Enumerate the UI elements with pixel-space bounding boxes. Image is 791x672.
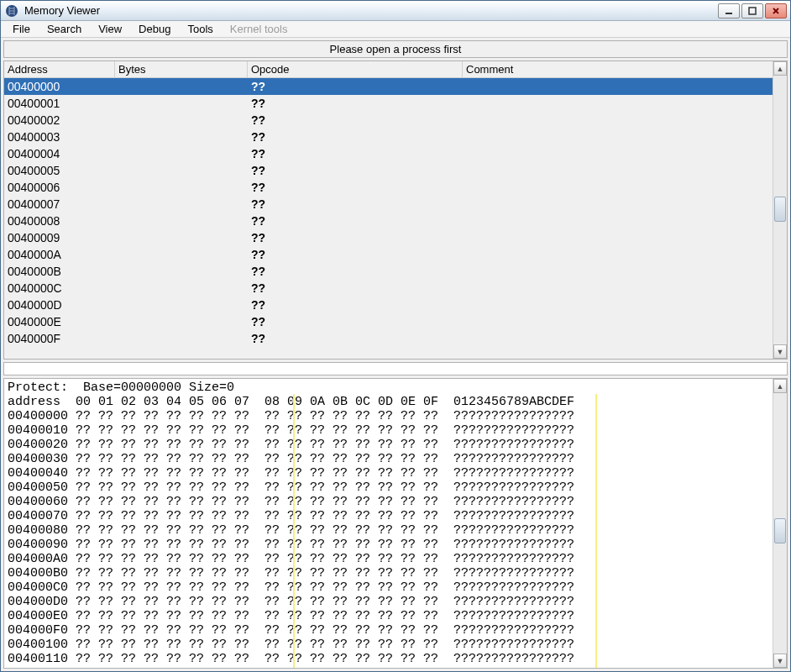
hex-dump[interactable]: Protect: Base=00000000 Size=0 address 00… xyxy=(4,379,787,668)
menubar: File Search View Debug Tools Kernel tool… xyxy=(1,21,790,38)
disasm-row[interactable]: 0040000F?? xyxy=(4,330,787,347)
disasm-row[interactable]: 0040000E?? xyxy=(4,313,787,330)
maximize-button[interactable] xyxy=(741,3,763,18)
scroll-up-button[interactable]: ▲ xyxy=(773,61,787,76)
cell-opcode: ?? xyxy=(248,231,463,244)
col-header-opcode[interactable]: Opcode xyxy=(248,61,463,77)
cell-address: 0040000A xyxy=(4,248,115,261)
cell-address: 0040000F xyxy=(4,332,115,345)
cell-opcode: ?? xyxy=(248,147,463,160)
col-header-bytes[interactable]: Bytes xyxy=(115,61,248,77)
cell-address: 00400002 xyxy=(4,113,115,127)
cell-opcode: ?? xyxy=(248,332,463,345)
cell-address: 0040000E xyxy=(4,315,115,328)
menu-search[interactable]: Search xyxy=(40,21,88,37)
cell-opcode: ?? xyxy=(248,298,463,312)
cell-address: 00400003 xyxy=(4,130,115,144)
cell-opcode: ?? xyxy=(248,248,463,261)
cell-opcode: ?? xyxy=(248,80,463,93)
disasm-row[interactable]: 00400004?? xyxy=(4,145,787,162)
hex-panel: Protect: Base=00000000 Size=0 address 00… xyxy=(3,378,788,669)
cell-address: 00400004 xyxy=(4,147,115,160)
cell-opcode: ?? xyxy=(248,97,463,110)
hex-scrollbar[interactable]: ▲ ▼ xyxy=(773,379,787,668)
cell-address: 00400006 xyxy=(4,181,115,194)
disasm-row[interactable]: 0040000A?? xyxy=(4,246,787,263)
cell-opcode: ?? xyxy=(248,113,463,127)
cell-opcode: ?? xyxy=(248,315,463,328)
cell-opcode: ?? xyxy=(248,181,463,194)
disasm-row[interactable]: 0040000D?? xyxy=(4,297,787,313)
disasm-row[interactable]: 0040000C?? xyxy=(4,280,787,297)
disasm-row[interactable]: 00400002?? xyxy=(4,112,787,129)
hex-separator-2 xyxy=(595,394,597,668)
scroll-thumb[interactable] xyxy=(774,197,786,222)
col-header-comment[interactable]: Comment xyxy=(463,61,787,77)
disassembly-panel: Address Bytes Opcode Comment 00400000??0… xyxy=(3,60,788,360)
cell-address: 00400008 xyxy=(4,214,115,228)
panel-divider[interactable] xyxy=(3,362,788,375)
disasm-row[interactable]: 00400006?? xyxy=(4,179,787,196)
svg-rect-2 xyxy=(749,8,756,14)
disasm-row[interactable]: 00400005?? xyxy=(4,162,787,179)
cell-opcode: ?? xyxy=(248,130,463,144)
menu-kernel-tools: Kernel tools xyxy=(223,21,295,37)
svg-rect-1 xyxy=(726,13,732,14)
scroll-track[interactable] xyxy=(773,393,787,654)
cell-address: 0040000C xyxy=(4,281,115,295)
window-controls xyxy=(718,3,787,18)
scroll-down-button[interactable]: ▼ xyxy=(773,654,787,668)
menu-debug[interactable]: Debug xyxy=(132,21,177,37)
disasm-row[interactable]: 0040000B?? xyxy=(4,263,787,280)
hex-separator-1 xyxy=(293,394,295,668)
menu-file[interactable]: File xyxy=(6,21,37,37)
cell-address: 00400001 xyxy=(4,97,115,110)
cell-opcode: ?? xyxy=(248,214,463,228)
menu-tools[interactable]: Tools xyxy=(181,21,219,37)
disasm-row[interactable]: 00400000?? xyxy=(4,78,787,95)
cell-address: 00400005 xyxy=(4,164,115,177)
disasm-row[interactable]: 00400007?? xyxy=(4,196,787,213)
cell-address: 00400000 xyxy=(4,80,115,93)
disasm-row[interactable]: 00400001?? xyxy=(4,95,787,112)
scroll-up-button[interactable]: ▲ xyxy=(773,379,787,393)
col-header-address[interactable]: Address xyxy=(4,61,115,77)
content-area: Please open a process first Address Byte… xyxy=(1,38,790,671)
minimize-button[interactable] xyxy=(718,3,740,18)
disasm-scrollbar[interactable]: ▲ ▼ xyxy=(773,61,787,359)
disassembly-rows[interactable]: 00400000??00400001??00400002??00400003??… xyxy=(4,78,787,359)
menu-view[interactable]: View xyxy=(92,21,128,37)
cell-address: 00400007 xyxy=(4,197,115,211)
memory-viewer-window: Memory Viewer File Search View Debug Too… xyxy=(0,0,791,672)
cell-opcode: ?? xyxy=(248,281,463,295)
disasm-row[interactable]: 00400003?? xyxy=(4,129,787,145)
disasm-row[interactable]: 00400009?? xyxy=(4,229,787,246)
cell-opcode: ?? xyxy=(248,164,463,177)
cell-address: 0040000B xyxy=(4,265,115,278)
cell-address: 0040000D xyxy=(4,298,115,312)
app-icon xyxy=(4,3,19,18)
window-title: Memory Viewer xyxy=(24,4,718,17)
cell-opcode: ?? xyxy=(248,265,463,278)
disassembly-header: Address Bytes Opcode Comment xyxy=(4,61,787,78)
cell-address: 00400009 xyxy=(4,231,115,244)
cell-opcode: ?? xyxy=(248,197,463,211)
close-button[interactable] xyxy=(765,3,787,18)
scroll-track[interactable] xyxy=(773,76,787,344)
scroll-thumb[interactable] xyxy=(774,518,786,543)
titlebar[interactable]: Memory Viewer xyxy=(1,1,790,21)
status-message: Please open a process first xyxy=(3,40,788,58)
disasm-row[interactable]: 00400008?? xyxy=(4,213,787,229)
scroll-down-button[interactable]: ▼ xyxy=(773,344,787,359)
